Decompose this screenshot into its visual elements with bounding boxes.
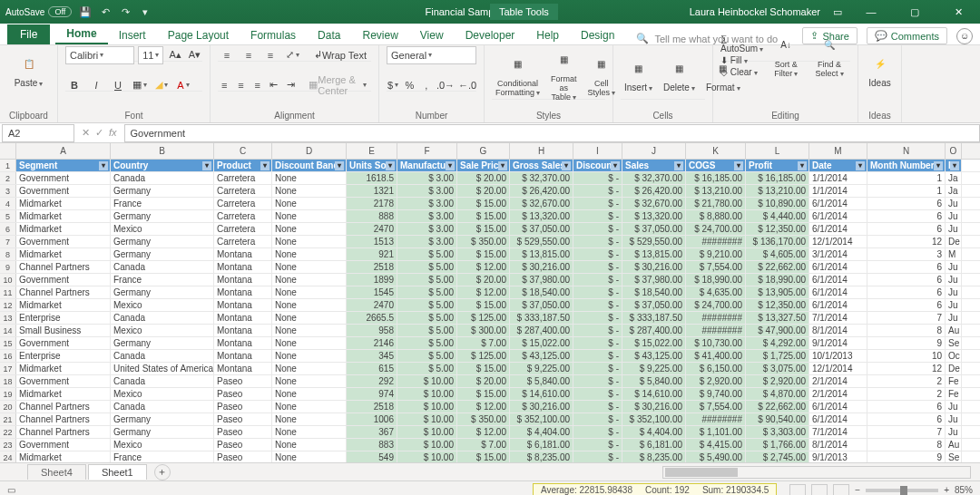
formula-input[interactable]: Government <box>124 124 980 142</box>
table-header-L[interactable]: Profit <box>746 160 809 171</box>
column-header-C[interactable]: C <box>214 143 272 159</box>
cell[interactable]: None <box>272 248 347 260</box>
cell[interactable]: $ 15.00 <box>457 248 510 260</box>
cell[interactable]: $ 7,554.00 <box>686 261 746 273</box>
cell[interactable]: $ 22,662.00 <box>746 401 809 412</box>
cell[interactable]: $ 5.00 <box>397 248 457 260</box>
cell[interactable]: 6/1/2014 <box>809 299 867 311</box>
row-header[interactable]: 17 <box>0 363 16 374</box>
cell[interactable]: $ 3.00 <box>397 210 457 222</box>
cell[interactable]: Paseo <box>214 388 272 400</box>
cell[interactable]: 12 <box>867 363 946 374</box>
tab-insert[interactable]: Insert <box>108 25 157 44</box>
save-icon[interactable]: 💾 <box>79 5 92 18</box>
tab-page-layout[interactable]: Page Layout <box>157 25 240 44</box>
cell[interactable]: 1 <box>867 185 946 197</box>
cell[interactable]: $ 4,635.00 <box>686 286 746 298</box>
table-row[interactable]: 24MidmarketFrancePaseoNone549$ 10.00$ 15… <box>0 451 980 462</box>
cell[interactable]: Ju <box>946 223 962 235</box>
table-header-G[interactable]: Sale Price <box>457 160 510 171</box>
italic-button[interactable]: I <box>87 77 105 93</box>
cell[interactable]: Se <box>946 337 962 349</box>
orientation-icon[interactable]: ⤢ <box>283 47 301 63</box>
cell[interactable]: Channel Partners <box>16 413 111 425</box>
cell[interactable]: 1/1/2014 <box>809 172 867 184</box>
cell[interactable]: Ju <box>946 312 962 324</box>
cell[interactable]: Germany <box>111 248 214 260</box>
cell[interactable]: Canada <box>111 261 214 273</box>
cell[interactable]: 6 <box>867 413 946 425</box>
cell[interactable]: None <box>272 439 347 451</box>
row-header[interactable]: 16 <box>0 350 16 362</box>
clear-button[interactable]: ◇ Clear <box>720 67 763 77</box>
column-header-E[interactable]: E <box>347 143 397 159</box>
cell[interactable]: $ 5.00 <box>397 274 457 286</box>
cell[interactable]: $ 32,370.00 <box>510 172 573 184</box>
cell[interactable]: $ - <box>573 375 622 387</box>
fill-color-button[interactable]: ◢ <box>152 77 171 93</box>
qat-customize-icon[interactable]: ▾ <box>139 5 152 18</box>
cell[interactable]: $ 15.00 <box>457 299 510 311</box>
cell[interactable]: $ 8,235.00 <box>622 451 686 462</box>
row-header[interactable]: 24 <box>0 451 16 462</box>
tab-design[interactable]: Design <box>570 25 625 44</box>
cell[interactable]: Mexico <box>111 299 214 311</box>
table-row[interactable]: 15GovernmentGermanyMontanaNone2146$ 5.00… <box>0 337 980 350</box>
cell[interactable]: 6/1/2014 <box>809 401 867 412</box>
cell[interactable]: 1006 <box>347 413 397 425</box>
decrease-font-icon[interactable]: A▾ <box>187 47 202 63</box>
cell[interactable]: $ 24,700.00 <box>686 223 746 235</box>
cell[interactable]: $ 12,350.00 <box>746 299 809 311</box>
cell[interactable]: 2/1/2014 <box>809 375 867 387</box>
cell[interactable]: $ - <box>573 401 622 412</box>
cell[interactable]: 6 <box>867 223 946 235</box>
cell[interactable]: $ 529,550.00 <box>622 236 686 248</box>
table-header-N[interactable]: Month Number <box>867 160 946 171</box>
row-header[interactable]: 18 <box>0 375 16 387</box>
cell[interactable]: $ 32,670.00 <box>510 198 573 209</box>
cell[interactable]: Enterprise <box>16 312 111 324</box>
cell[interactable]: ######## <box>686 325 746 336</box>
cell[interactable]: $ - <box>573 236 622 248</box>
column-header-K[interactable]: K <box>686 143 746 159</box>
cell[interactable]: 1618.5 <box>347 172 397 184</box>
table-row[interactable]: 4MidmarketFranceCarreteraNone2178$ 3.00$… <box>0 198 980 210</box>
cell[interactable]: Midmarket <box>16 210 111 222</box>
cell[interactable]: $ 5,840.00 <box>622 375 686 387</box>
number-format-select[interactable]: General <box>387 46 476 64</box>
close-button[interactable]: ✕ <box>942 0 975 24</box>
cell[interactable]: Germany <box>111 426 214 438</box>
cell[interactable]: Mexico <box>111 439 214 451</box>
cell[interactable]: Ju <box>946 413 962 425</box>
column-header-G[interactable]: G <box>457 143 510 159</box>
cell[interactable]: $ 3.00 <box>397 198 457 209</box>
cell[interactable]: $ 4,404.00 <box>622 426 686 438</box>
cell[interactable]: $ 3,303.00 <box>746 426 809 438</box>
paste-button[interactable]: 📋Paste <box>7 49 50 90</box>
row-header[interactable]: 4 <box>0 198 16 209</box>
cell[interactable]: Government <box>16 172 111 184</box>
cell[interactable]: $ 13,815.00 <box>510 248 573 260</box>
cell[interactable]: 2178 <box>347 198 397 209</box>
cell[interactable]: $ 2,920.00 <box>746 375 809 387</box>
cell[interactable]: Montana <box>214 299 272 311</box>
cell[interactable]: $ 3,075.00 <box>746 363 809 374</box>
cell[interactable]: France <box>111 451 214 462</box>
cell[interactable]: $ 5.00 <box>397 325 457 336</box>
cell[interactable]: $ 18,540.00 <box>510 286 573 298</box>
cell[interactable]: 6 <box>867 286 946 298</box>
cell[interactable]: $ 6,181.00 <box>622 439 686 451</box>
cell[interactable]: $ 5,840.00 <box>510 375 573 387</box>
zoom-slider[interactable] <box>866 489 938 492</box>
cell[interactable]: None <box>272 426 347 438</box>
cell[interactable]: 6 <box>867 401 946 412</box>
cell[interactable]: $ 3.00 <box>397 185 457 197</box>
search-icon[interactable]: 🔍 <box>636 33 649 44</box>
cell[interactable]: Carretera <box>214 210 272 222</box>
cell[interactable]: None <box>272 185 347 197</box>
cell[interactable]: $ 529,550.00 <box>510 236 573 248</box>
cell[interactable]: $ - <box>573 261 622 273</box>
cell[interactable]: $ 125.00 <box>457 312 510 324</box>
sheet-tab-sheet1[interactable]: Sheet1 <box>88 464 147 480</box>
row-header[interactable]: 12 <box>0 299 16 311</box>
